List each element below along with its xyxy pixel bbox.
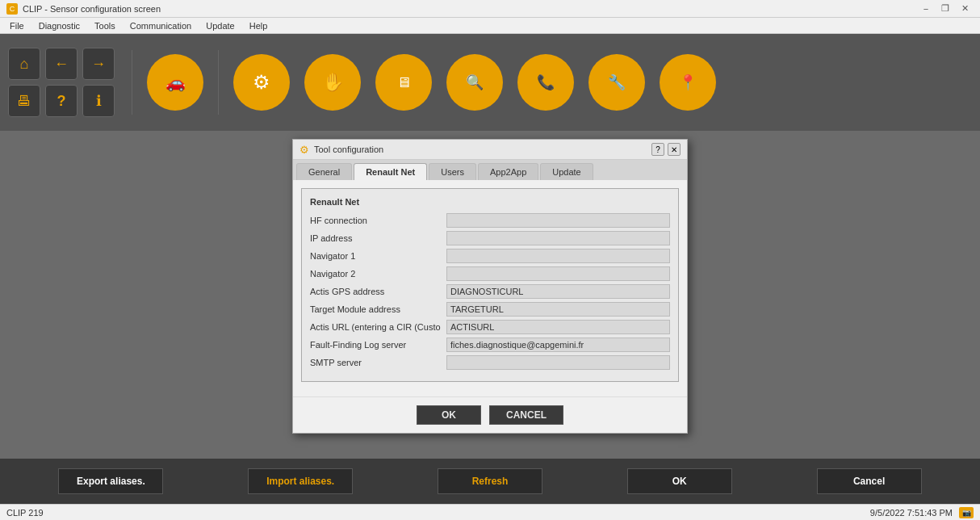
actis-gps-label: Actis GPS address: [310, 287, 443, 296]
actis-url-input[interactable]: [446, 320, 670, 334]
dialog-cancel-button[interactable]: CANCEL: [489, 405, 563, 425]
menu-bar: File Diagnostic Tools Communication Upda…: [0, 18, 980, 34]
status-datetime: 9/5/2022 7:51:43 PM: [870, 508, 953, 518]
info-button[interactable]: ℹ: [82, 85, 115, 117]
bottom-toolbar: Export aliases. Import aliases. Refresh …: [0, 459, 980, 504]
actis-gps-row: Actis GPS address: [310, 284, 670, 299]
tool-configuration-dialog: ⚙ Tool configuration ? ✕ General Renault…: [292, 139, 688, 434]
hf-connection-label: HF connection: [310, 216, 443, 225]
title-bar-left: C CLIP - Sensor configuration screen: [6, 3, 161, 15]
window-title: CLIP - Sensor configuration screen: [23, 4, 161, 14]
camera-icon: 📷: [959, 507, 974, 518]
dialog-help-button[interactable]: ?: [651, 143, 664, 156]
dialog-titlebar: ⚙ Tool configuration ? ✕: [293, 140, 687, 160]
hf-connection-input[interactable]: [446, 213, 670, 228]
menu-file[interactable]: File: [3, 19, 31, 32]
dialog-footer: OK CANCEL: [293, 396, 687, 433]
phone-button[interactable]: 📞: [517, 54, 574, 111]
dialog-title-icon: ⚙: [299, 144, 309, 156]
actis-gps-input[interactable]: [446, 284, 670, 299]
main-content: ⚙ Tool configuration ? ✕ General Renault…: [0, 131, 980, 459]
cancel-button[interactable]: Cancel: [817, 468, 922, 494]
dialog-title-text: Tool configuration: [314, 145, 383, 154]
location-button[interactable]: 📍: [660, 54, 716, 111]
title-bar-controls: − ❐ ✕: [917, 2, 974, 15]
menu-tools[interactable]: Tools: [88, 19, 122, 32]
export-aliases-button[interactable]: Export aliases.: [58, 468, 163, 494]
refresh-button[interactable]: Refresh: [438, 468, 542, 494]
title-bar: C CLIP - Sensor configuration screen − ❐…: [0, 0, 980, 18]
tab-app2app[interactable]: App2App: [478, 163, 538, 180]
dialog-close-button[interactable]: ✕: [668, 143, 681, 156]
restore-button[interactable]: ❐: [936, 2, 954, 15]
navigator2-input[interactable]: [446, 266, 670, 281]
toolbar-separator: [132, 50, 132, 115]
dialog-controls: ? ✕: [651, 143, 681, 156]
ip-address-row: IP address: [310, 231, 670, 245]
menu-help[interactable]: Help: [243, 19, 274, 32]
close-button[interactable]: ✕: [956, 2, 974, 15]
touch-button[interactable]: ✋: [304, 54, 361, 111]
toolbar-separator2: [218, 50, 219, 115]
toolbar: ⌂ ← → 🖶 ? ℹ 🚗 ⚙ ✋ 🖥 🔍 📞 🔧 📍: [0, 34, 980, 131]
wrench-button[interactable]: 🔧: [588, 54, 645, 111]
ok-button[interactable]: OK: [627, 468, 732, 494]
ip-address-label: IP address: [310, 233, 443, 243]
forward-button[interactable]: →: [82, 48, 115, 80]
app-icon: C: [6, 3, 18, 15]
back-button[interactable]: ←: [45, 48, 77, 80]
navigator1-label: Navigator 1: [310, 251, 443, 261]
toolbar-row-bottom: 🖶 ? ℹ: [8, 85, 115, 117]
screen-button[interactable]: 🖥: [375, 54, 432, 111]
smtp-server-row: SMTP server: [310, 355, 670, 370]
print-button[interactable]: 🖶: [8, 85, 40, 117]
dialog-ok-button[interactable]: OK: [417, 405, 481, 425]
tab-users[interactable]: Users: [429, 163, 476, 180]
target-module-input[interactable]: [446, 302, 670, 317]
menu-update[interactable]: Update: [199, 19, 241, 32]
smtp-server-input[interactable]: [446, 355, 670, 370]
dialog-tabs: General Renault Net Users App2App Update: [293, 160, 687, 180]
actis-url-row: Actis URL (entering a CIR (Custo: [310, 320, 670, 334]
target-module-label: Target Module address: [310, 304, 443, 314]
menu-communication[interactable]: Communication: [124, 19, 198, 32]
hf-connection-row: HF connection: [310, 213, 670, 228]
toolbar-row-top: ⌂ ← →: [8, 48, 115, 80]
tab-renault-net[interactable]: Renault Net: [354, 163, 427, 180]
tab-update[interactable]: Update: [540, 163, 593, 180]
help-button[interactable]: ?: [45, 85, 77, 117]
target-module-row: Target Module address: [310, 302, 670, 317]
navigator1-row: Navigator 1: [310, 249, 670, 263]
fault-finding-label: Fault-Finding Log server: [310, 340, 443, 350]
search-car-button[interactable]: 🔍: [446, 54, 503, 111]
dialog-title-area: ⚙ Tool configuration: [299, 144, 383, 156]
fault-finding-row: Fault-Finding Log server: [310, 338, 670, 352]
dialog-overlay: ⚙ Tool configuration ? ✕ General Renault…: [0, 131, 980, 459]
ip-address-input[interactable]: [446, 231, 670, 245]
navigator2-row: Navigator 2: [310, 266, 670, 281]
status-bar: CLIP 219 9/5/2022 7:51:43 PM 📷: [0, 504, 980, 520]
smtp-server-label: SMTP server: [310, 358, 443, 367]
home-button[interactable]: ⌂: [8, 48, 40, 80]
renault-net-section: Renault Net HF connection IP address Nav…: [301, 188, 679, 382]
car-diag-button[interactable]: 🚗: [147, 54, 203, 111]
navigator1-input[interactable]: [446, 249, 670, 263]
fault-finding-input[interactable]: [446, 338, 670, 352]
navigator2-label: Navigator 2: [310, 269, 443, 279]
gearbox-button[interactable]: ⚙: [233, 54, 290, 111]
dialog-content: Renault Net HF connection IP address Nav…: [293, 180, 687, 396]
minimize-button[interactable]: −: [917, 2, 935, 15]
actis-url-label: Actis URL (entering a CIR (Custo: [310, 322, 443, 332]
import-aliases-button[interactable]: Import aliases.: [248, 468, 353, 494]
section-title: Renault Net: [310, 197, 670, 207]
status-right: 9/5/2022 7:51:43 PM 📷: [870, 507, 974, 518]
tab-general[interactable]: General: [296, 163, 352, 180]
toolbar-nav: ⌂ ← → 🖶 ? ℹ: [8, 48, 115, 117]
status-version: CLIP 219: [6, 508, 44, 518]
menu-diagnostic[interactable]: Diagnostic: [32, 19, 86, 32]
